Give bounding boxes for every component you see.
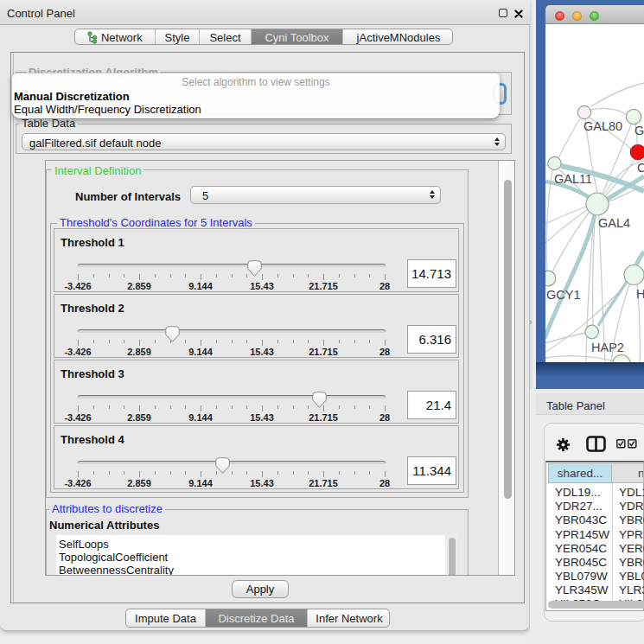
svg-text:C: C [637, 161, 644, 175]
svg-text:GCY1: GCY1 [546, 288, 581, 302]
svg-text:GAL11: GAL11 [554, 172, 592, 186]
svg-text:GAL4: GAL4 [598, 216, 630, 230]
svg-text:H: H [636, 287, 644, 301]
svg-text:GAL80: GAL80 [583, 119, 622, 133]
svg-text:GA: GA [634, 124, 644, 137]
svg-text:HAP2: HAP2 [591, 341, 624, 354]
